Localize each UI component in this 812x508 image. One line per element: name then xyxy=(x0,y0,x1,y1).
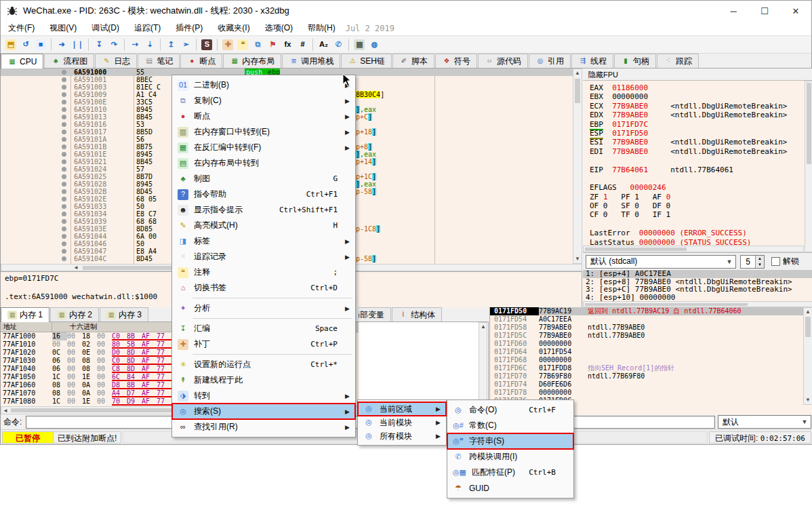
scroll-up-arrow[interactable]: ▲ xyxy=(573,69,582,77)
submenu-guid[interactable]: ☂GUID xyxy=(447,480,573,496)
register-row[interactable] xyxy=(590,156,812,165)
stack-vscrollbar[interactable]: ▲ ▼ xyxy=(803,307,812,405)
menu-instruction-help[interactable]: ?指令帮助Ctrl+F1 xyxy=(172,187,355,202)
breakpoint-dot-icon[interactable] xyxy=(62,92,66,97)
menu-comment[interactable]: ❝注释; xyxy=(172,265,355,280)
stack-row[interactable]: 0171FD5C77B9ABE0ntdll.77B9ABE0 xyxy=(490,332,812,340)
strings-icon[interactable]: A₂ xyxy=(318,39,329,50)
breakpoint-dot-icon[interactable] xyxy=(62,137,66,142)
maximize-button[interactable]: ☐ xyxy=(749,1,780,21)
menu-show-mnemonic-brief[interactable]: ☻显示指令提示Ctrl+Shift+F1 xyxy=(172,202,355,218)
menu-goto[interactable]: ⬗转到▶ xyxy=(172,388,355,404)
tab-source[interactable]: ‹›源代码 xyxy=(478,54,528,68)
breakpoint-dot-icon[interactable] xyxy=(62,197,66,201)
arguments-panel[interactable]: 1: [esp+4] A0C17EEA2: [esp+8] 77B9ABE0 <… xyxy=(583,270,812,301)
disasm-vscrollbar[interactable]: ▲ ▼ xyxy=(573,69,582,264)
script-s-icon[interactable]: S xyxy=(201,39,212,50)
menu-set-new-origin[interactable]: ✳设置新的运行点Ctrl+* xyxy=(172,357,355,372)
chevron-down-icon[interactable]: ▼ xyxy=(723,258,735,265)
labels-icon[interactable]: ⧉ xyxy=(252,39,263,50)
calls-icon[interactable]: ✆ xyxy=(333,39,344,50)
tab-threads[interactable]: ⇶线程 xyxy=(571,54,613,68)
menubar-item-4[interactable]: 插件(P) xyxy=(168,21,210,35)
menubar-item-3[interactable]: 追踪(T) xyxy=(127,21,168,35)
breakpoint-dot-icon[interactable] xyxy=(62,115,66,119)
menubar-item-7[interactable]: 帮助(H) xyxy=(300,21,343,35)
chevron-down-icon[interactable]: ▼ xyxy=(798,418,811,425)
restart-icon[interactable]: ↺ xyxy=(20,39,31,50)
tab-references[interactable]: ◎引用 xyxy=(529,54,571,68)
arguments-hscrollbar[interactable] xyxy=(583,301,812,307)
menubar-item-2[interactable]: 调试(D) xyxy=(84,21,127,35)
stack-row[interactable]: 0171FD6000000000 xyxy=(490,340,812,348)
breakpoint-dot-icon[interactable] xyxy=(62,212,66,216)
menubar-item-1[interactable]: 视图(V) xyxy=(42,21,84,35)
spin-down-icon[interactable]: ▼ xyxy=(756,262,764,268)
breakpoint-dot-icon[interactable] xyxy=(62,77,66,82)
register-row[interactable]: CF 0 TF 0 IF 1 xyxy=(590,210,812,219)
stack-row[interactable]: 0171FD7800000000 xyxy=(490,389,812,397)
trace-into-icon[interactable]: ⇢ xyxy=(129,39,140,50)
register-row[interactable]: ZF 1 PF 1 AF 0 xyxy=(590,193,812,201)
breakpoint-dot-icon[interactable] xyxy=(62,107,66,112)
register-row[interactable]: LastError 00000000 (ERROR_SUCCESS) xyxy=(590,229,812,237)
breakpoint-dot-icon[interactable] xyxy=(62,182,66,187)
run-icon[interactable]: ➜ xyxy=(56,39,67,50)
menu-trace-record[interactable]: ⁖追踪记录▶ xyxy=(172,249,355,265)
menu-follow-in-dump[interactable]: ▥在内存窗口中转到(E)▶ xyxy=(172,124,355,140)
stack-panel[interactable]: 0171FD5077B9AC19返回到 ntdll.77B9AC19 自 ntd… xyxy=(489,307,812,414)
menu-follow-in-disasm[interactable]: ▦在反汇编中转到(F)▶ xyxy=(172,140,355,155)
stack-row[interactable]: 0171FD6C0171FDD8指向SEH_Record[1]的指针 xyxy=(490,364,812,372)
register-row[interactable]: ECX 77B9ABE0 <ntdll.DbgUiRemoteBreakin> xyxy=(590,102,812,111)
tab-handles[interactable]: ▮句柄 xyxy=(614,54,656,68)
breakpoint-dot-icon[interactable] xyxy=(62,144,66,149)
menu-toggle-bookmark[interactable]: ⌂切换书签Ctrl+D xyxy=(172,280,355,296)
breakpoint-dot-icon[interactable] xyxy=(62,122,66,127)
argument-row[interactable]: 3: [esp+C] 77B9ABE0 <ntdll.DbgUiRemoteBr… xyxy=(583,286,812,294)
bookmarks-icon[interactable]: ⚑ xyxy=(267,39,278,50)
breakpoint-dot-icon[interactable] xyxy=(62,70,66,75)
registers-vscrollbar[interactable] xyxy=(805,81,812,252)
stack-row[interactable]: 0171FD7077B69F80ntdll.77B69F80 xyxy=(490,372,812,380)
menu-copy[interactable]: ⧉复制(C)▶ xyxy=(172,93,355,109)
breakpoint-dot-icon[interactable] xyxy=(62,174,66,179)
trace-over-icon[interactable]: ⇣ xyxy=(144,39,155,50)
scroll-thumb[interactable] xyxy=(585,303,748,306)
step-over-icon[interactable]: ↷ xyxy=(108,39,119,50)
register-row[interactable] xyxy=(590,174,812,183)
comments-icon[interactable]: ❝ xyxy=(237,39,248,50)
tab-call-stack[interactable]: ≣调用堆栈 xyxy=(282,54,340,68)
tab-breakpoints[interactable]: ●断点 xyxy=(180,54,222,68)
scroll-thumb[interactable] xyxy=(575,79,580,103)
menu-follow-in-memmap[interactable]: ▤在内存布局中转到 xyxy=(172,155,355,171)
register-row[interactable] xyxy=(590,220,812,229)
breakpoint-dot-icon[interactable] xyxy=(62,227,66,231)
tab-seh[interactable]: ⚠SEH链 xyxy=(341,54,392,68)
scroll-up-arrow[interactable]: ▲ xyxy=(804,308,812,316)
menubar-item-6[interactable]: 选项(O) xyxy=(258,21,300,35)
argument-count-spinner[interactable]: 5 ▲▼ xyxy=(740,255,765,269)
tab-memory-map[interactable]: ▦内存布局 xyxy=(223,54,281,68)
tab-trace[interactable]: ⁖跟踪 xyxy=(657,54,699,68)
tab-graph[interactable]: ♣流程图 xyxy=(44,54,94,68)
calculator-icon[interactable]: ▦ xyxy=(354,39,365,50)
scroll-thumb[interactable] xyxy=(807,83,811,164)
submenu-intermodular-calls[interactable]: ✆跨模块调用(I) xyxy=(447,449,573,465)
menubar-item-0[interactable]: 文件(F) xyxy=(1,21,42,35)
menu-find-references[interactable]: ∞查找引用(R)▶ xyxy=(172,419,355,435)
step-out-icon[interactable]: ↥ xyxy=(165,39,176,50)
register-row[interactable]: EBP 0171FD7C xyxy=(590,120,812,129)
tab-script[interactable]: ✐脚本 xyxy=(392,54,434,68)
submenu-constant[interactable]: ◎#常数(C) xyxy=(447,418,573,433)
run-to-user-code-icon[interactable]: ➣ xyxy=(180,39,191,50)
constants-icon[interactable]: # xyxy=(297,39,308,50)
tab-symbols[interactable]: ❖符号 xyxy=(435,54,477,68)
close-button[interactable]: ✕ xyxy=(780,1,811,21)
scroll-down-arrow[interactable]: ▼ xyxy=(804,396,812,404)
register-row[interactable]: ESP 0171FD50 xyxy=(590,129,812,138)
stack-row[interactable]: 0171FD5077B9AC19返回到 ntdll.77B9AC19 自 ntd… xyxy=(490,307,812,315)
stack-row[interactable]: 0171FD640171FD54 xyxy=(490,348,812,356)
register-row[interactable]: EDX 77B9ABE0 <ntdll.DbgUiRemoteBreakin> xyxy=(590,111,812,119)
scroll-up-arrow[interactable]: ▲ xyxy=(479,323,487,331)
stack-row[interactable]: 0171FD74D60FE6D6 xyxy=(490,380,812,389)
